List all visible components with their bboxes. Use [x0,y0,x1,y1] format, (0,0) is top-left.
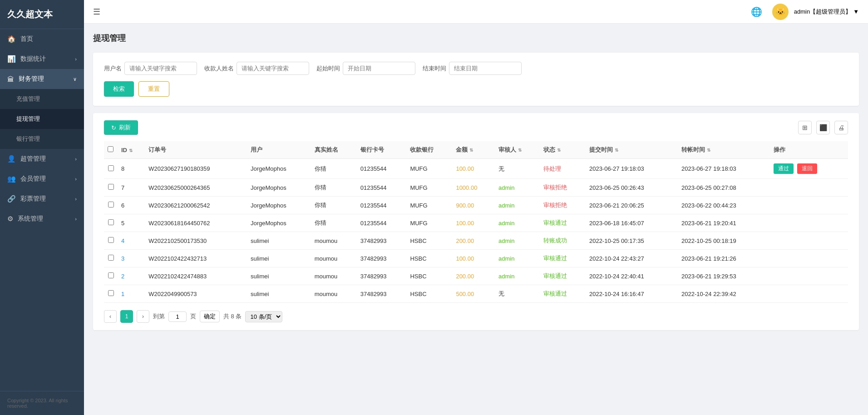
sidebar-item-label: 充值管理 [16,95,40,103]
page-unit: 页 [190,312,196,321]
row-bank: MUFG [406,179,452,197]
column-settings-button[interactable]: ⊞ [798,121,812,134]
row-user: JorgeMophos [247,197,311,214]
goto-page-input[interactable] [168,311,187,322]
sidebar: 久久超文本 🏠 首页 📊 数据统计 › 🏛 财务管理 ∨ 充值管理 提现管理 [0,0,84,415]
transfer-sort-icon[interactable]: ⇅ [707,148,710,153]
col-order-no: 订单号 [145,141,247,159]
chevron-right-icon: › [75,216,77,222]
reviewer-sort-icon[interactable]: ⇅ [518,148,522,153]
row-reviewer: admin [495,179,540,197]
row-checkbox-cell[interactable] [104,285,118,303]
row-real-name: moumou [311,267,357,285]
row-id: 5 [118,214,145,232]
select-all-header[interactable] [104,141,118,159]
row-amount: 200.00 [452,232,495,250]
sidebar-item-recharge[interactable]: 充值管理 [0,89,84,109]
row-order-no: W2022102422474883 [145,267,247,285]
reject-button[interactable]: 退回 [797,163,817,174]
sidebar-item-withdrawal[interactable]: 提现管理 [0,109,84,129]
table-row: 7 W20230625000264365 JorgeMophos 你猜 0123… [104,179,848,197]
row-bank-card: 37482993 [357,250,407,267]
row-checkbox-cell[interactable] [104,214,118,232]
chevron-right-icon: › [75,156,77,162]
row-checkbox-cell[interactable] [104,267,118,285]
pass-button[interactable]: 通过 [774,163,794,174]
sort-icon[interactable]: ⇅ [129,148,133,153]
col-user: 用户 [247,141,311,159]
row-status: 转账成功 [540,232,586,250]
row-submit-time: 2023-06-27 19:18:03 [586,159,678,179]
page-title: 提现管理 [93,33,859,44]
search-button[interactable]: 检索 [104,81,134,97]
row-order-no: W2022102500173530 [145,232,247,250]
table-row: 1 W2022049900573 sulimei moumou 37482993… [104,285,848,303]
row-checkbox-cell[interactable] [104,232,118,250]
amount-sort-icon[interactable]: ⇅ [469,148,473,153]
sidebar-item-super-admin[interactable]: 👤 超管管理 › [0,149,84,169]
row-bank-card: 37482993 [357,285,407,303]
row-order-no: W20230627190180359 [145,159,247,179]
submit-sort-icon[interactable]: ⇅ [615,148,618,153]
username-input[interactable] [124,62,197,75]
refresh-button[interactable]: ↻ 刷新 [104,120,138,135]
row-checkbox-cell[interactable] [104,179,118,197]
end-time-filter: 结束时间 [423,62,522,75]
page-1-button[interactable]: 1 [120,310,133,323]
print-button[interactable]: 🖨 [834,121,848,134]
avatar[interactable]: 🐱 [772,4,789,20]
row-submit-time: 2022-10-24 22:43:27 [586,250,678,267]
sidebar-item-system[interactable]: ⚙ 系统管理 › [0,209,84,229]
sidebar-item-bank[interactable]: 银行管理 [0,129,84,149]
next-page-button[interactable]: › [137,310,149,323]
status-sort-icon[interactable]: ⇅ [557,148,561,153]
row-id: 6 [118,197,145,214]
row-status: 审核通过 [540,267,586,285]
table-card: ↻ 刷新 ⊞ ⬛ 🖨 ID ⇅ 订单号 用户 真实姓名 银行卡号 [93,113,859,330]
row-bank: HSBC [406,285,452,303]
col-real-name: 真实姓名 [311,141,357,159]
table-row: 5 W20230618164450762 JorgeMophos 你猜 0123… [104,214,848,232]
per-page-select[interactable]: 10 条/页 20 条/页 50 条/页 [245,311,282,322]
row-checkbox-cell[interactable] [104,159,118,179]
row-user: sulimei [247,285,311,303]
reset-button[interactable]: 重置 [138,81,169,97]
sidebar-item-data-stats[interactable]: 📊 数据统计 › [0,49,84,69]
row-bank-card: 37482993 [357,232,407,250]
sidebar-item-member[interactable]: 👥 会员管理 › [0,169,84,189]
goto-confirm-button[interactable]: 确定 [200,311,220,322]
export-button[interactable]: ⬛ [816,121,830,134]
sidebar-item-label: 数据统计 [20,55,46,63]
col-actions: 操作 [770,141,848,159]
sidebar-item-lottery[interactable]: 🔗 彩票管理 › [0,189,84,209]
menu-toggle-icon[interactable]: ☰ [93,7,100,17]
row-checkbox-cell[interactable] [104,250,118,267]
row-submit-time: 2022-10-24 22:40:41 [586,267,678,285]
globe-icon[interactable]: 🌐 [751,6,762,17]
payee-input[interactable] [237,62,309,75]
row-id: 1 [118,285,145,303]
row-order-no: W2022049900573 [145,285,247,303]
sidebar-item-label: 提现管理 [16,115,40,123]
sidebar-item-label: 银行管理 [16,135,40,143]
row-status: 审核通过 [540,214,586,232]
sidebar-item-finance[interactable]: 🏛 财务管理 ∨ [0,69,84,89]
user-menu[interactable]: admin【超级管理员】 ▼ [794,8,859,16]
table-row: 6 W20230621200062542 JorgeMophos 你猜 0123… [104,197,848,214]
row-actions [770,285,848,303]
username-filter: 用户名 [104,62,197,75]
row-transfer-time: 2023-06-25 00:27:08 [678,179,770,197]
row-actions: 通过 退回 [770,159,848,179]
col-status: 状态 ⇅ [540,141,586,159]
end-time-input[interactable] [449,62,522,75]
row-user: sulimei [247,250,311,267]
start-time-input[interactable] [343,62,415,75]
row-checkbox-cell[interactable] [104,197,118,214]
sidebar-item-home[interactable]: 🏠 首页 [0,29,84,49]
row-actions [770,250,848,267]
prev-page-button[interactable]: ‹ [104,310,117,323]
row-reviewer: 无 [495,285,540,303]
sidebar-item-label: 财务管理 [19,75,44,83]
refresh-icon: ↻ [111,124,116,131]
table-body: 8 W20230627190180359 JorgeMophos 你猜 0123… [104,159,848,303]
